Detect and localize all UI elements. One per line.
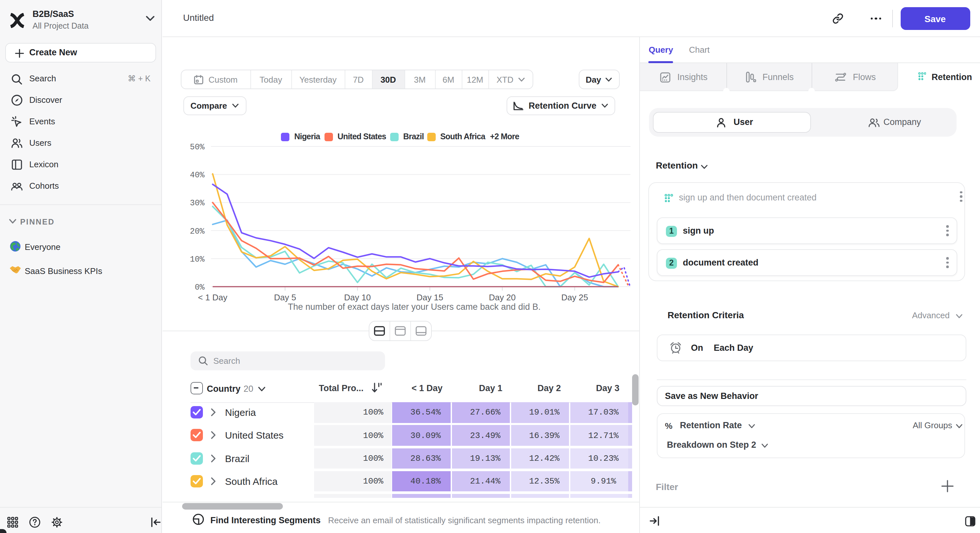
svg-text:< 1 Day: < 1 Day xyxy=(198,292,227,302)
svg-text:20%: 20% xyxy=(189,227,205,236)
svg-text:Day 20: Day 20 xyxy=(489,292,515,302)
svg-text:Day 10: Day 10 xyxy=(344,292,370,302)
svg-text:Day 15: Day 15 xyxy=(416,292,443,302)
svg-text:50%: 50% xyxy=(189,142,205,152)
svg-text:Day 5: Day 5 xyxy=(274,292,296,302)
svg-text:40%: 40% xyxy=(189,171,205,180)
svg-text:30%: 30% xyxy=(189,198,205,208)
svg-text:0%: 0% xyxy=(194,283,205,292)
svg-text:10%: 10% xyxy=(189,255,205,264)
svg-text:Day 25: Day 25 xyxy=(561,292,587,302)
